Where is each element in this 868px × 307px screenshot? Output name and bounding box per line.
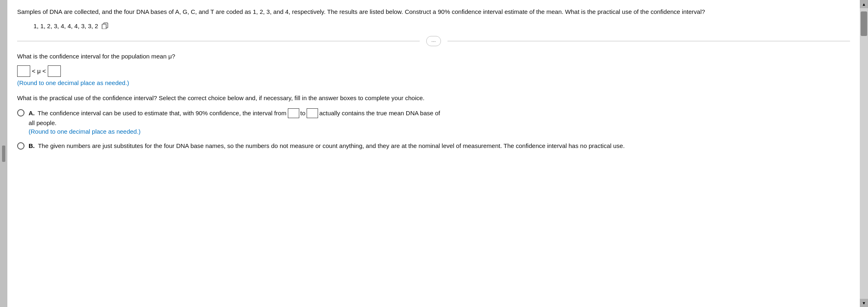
ci-lower-input[interactable] xyxy=(17,65,30,77)
choice-a-suffix: actually contains the true mean DNA base… xyxy=(319,108,440,118)
intro-paragraph: Samples of DNA are collected, and the fo… xyxy=(17,7,850,17)
choice-a-from-input[interactable] xyxy=(288,108,299,118)
choice-a-label: A. xyxy=(29,108,35,118)
main-content: Samples of DNA are collected, and the fo… xyxy=(7,0,860,307)
divider-line-right xyxy=(447,41,850,41)
choice-a-round-note: (Round to one decimal place as needed.) xyxy=(29,128,440,135)
choice-a-text: A. The confidence interval can be used t… xyxy=(29,108,440,135)
divider-line-left xyxy=(17,41,420,41)
choice-a-line2: all people. xyxy=(29,118,440,128)
choice-a-line1: A. The confidence interval can be used t… xyxy=(29,108,440,118)
choice-b-text-container: B. The given numbers are just substitute… xyxy=(29,141,625,151)
divider-container: ··· xyxy=(17,36,850,46)
q1-round-note: (Round to one decimal place as needed.) xyxy=(17,79,850,86)
scrollbar-thumb[interactable] xyxy=(861,11,867,36)
choices-section: A. The confidence interval can be used t… xyxy=(17,108,850,151)
scrollbar-arrow-down[interactable]: ▼ xyxy=(860,299,868,307)
svg-rect-1 xyxy=(102,24,106,29)
question1-title: What is the confidence interval for the … xyxy=(17,53,850,60)
left-bar xyxy=(0,0,7,307)
question1-section: What is the confidence interval for the … xyxy=(17,53,850,86)
page-container: Samples of DNA are collected, and the fo… xyxy=(0,0,868,307)
data-values: 1, 1, 2, 3, 4, 4, 4, 3, 3, 2 xyxy=(33,22,98,29)
choice-b-label: B. xyxy=(29,142,35,149)
ci-upper-input[interactable] xyxy=(48,65,61,77)
divider-dots[interactable]: ··· xyxy=(426,36,441,46)
less-than-mu: < μ < xyxy=(32,67,46,74)
choice-a-prefix: The confidence interval can be used to e… xyxy=(38,108,287,118)
right-scrollbar: ▲ ▼ xyxy=(860,0,868,307)
choice-a-radio[interactable] xyxy=(17,109,24,117)
copy-icon[interactable] xyxy=(101,22,109,29)
question2-text: What is the practical use of the confide… xyxy=(17,94,850,103)
choice-b-text: The given numbers are just substitutes f… xyxy=(38,142,625,149)
choice-a-to: to xyxy=(300,108,306,118)
choice-a-item: A. The confidence interval can be used t… xyxy=(17,108,850,135)
choice-b-item: B. The given numbers are just substitute… xyxy=(17,141,850,151)
confidence-interval-row: < μ < xyxy=(17,65,850,77)
scrollbar-arrow-up[interactable]: ▲ xyxy=(860,0,868,8)
choice-a-to-input[interactable] xyxy=(307,108,318,118)
choice-b-radio[interactable] xyxy=(17,142,24,150)
data-line: 1, 1, 2, 3, 4, 4, 4, 3, 3, 2 xyxy=(17,22,850,29)
left-bar-indicator xyxy=(2,146,5,162)
